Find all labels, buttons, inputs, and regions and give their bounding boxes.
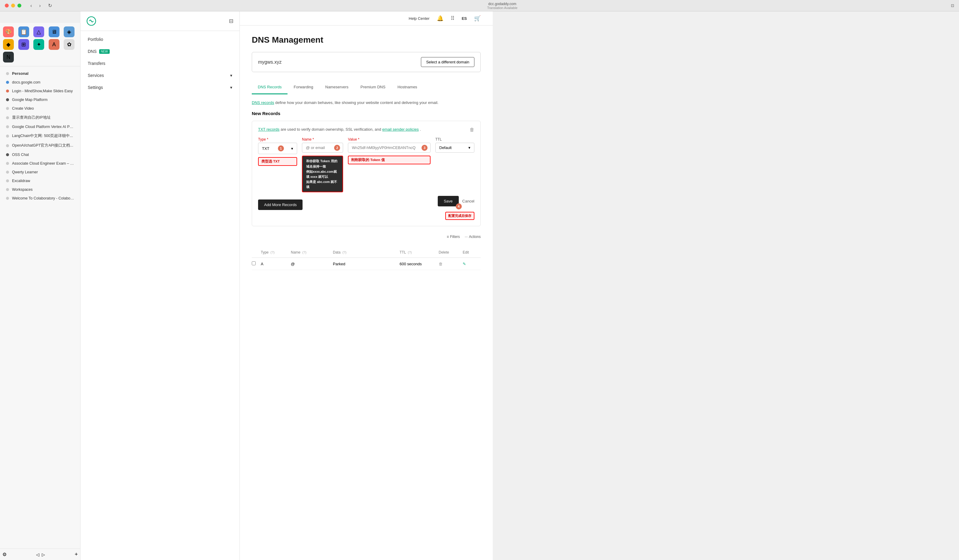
collapse-panel-button[interactable]: ⊟ (229, 18, 233, 24)
form-actions: Add More Records Save 4 Cancel 配置完成后保存 (258, 196, 475, 220)
help-center-link[interactable]: Help Center (409, 16, 429, 21)
traffic-lights (5, 3, 21, 8)
new-records-title: New Records (252, 111, 481, 116)
txt-records-link[interactable]: TXT records (258, 127, 279, 132)
txt-notice-text: are used to verify domain ownership, SSL… (280, 127, 382, 132)
sidebar-item-osschat[interactable]: OSS Chat (2, 151, 78, 159)
sidebar-nav: Personal docs.google.com Login - MindSho… (0, 67, 80, 549)
sidebar-item-mindshow[interactable]: Login - MindShow,Make Slides Easy (2, 87, 78, 95)
tab-premium-dns[interactable]: Premium DNS (355, 81, 392, 94)
sidebar-item-ip[interactable]: 显示查询自己的IP地址 (2, 113, 78, 122)
sidebar-toggle[interactable]: ⊡ (951, 3, 954, 8)
sidebar-item-workspaces[interactable]: Workspaces (2, 185, 78, 194)
sidebar-item-createvideo[interactable]: Create Video (2, 104, 78, 113)
url-bar[interactable]: dcc.godaddy.com Translation Available (54, 2, 951, 10)
type-select[interactable]: TXT 1 ▾ (258, 143, 297, 154)
app-icon-3[interactable]: △ (33, 26, 44, 37)
app-icon-11[interactable]: N (3, 52, 14, 62)
app-icon-7[interactable]: ⊞ (18, 39, 29, 50)
sidebar-item-ace[interactable]: Associate Cloud Engineer Exam – Fr... (2, 159, 78, 168)
row-name: @ (291, 262, 333, 266)
notification-bell-icon[interactable]: 🔔 (437, 15, 443, 22)
save-button[interactable]: Save 4 (438, 196, 459, 207)
sidebar-item-excalidraw[interactable]: Excalidraw (2, 177, 78, 185)
sidebar-label-excalidraw: Excalidraw (12, 179, 30, 183)
sidebar-label-mindshow: Login - MindShow,Make Slides Easy (12, 89, 73, 93)
ttl-chevron-icon: ▾ (468, 145, 470, 150)
row-edit-button[interactable]: ✎ (463, 262, 481, 266)
delete-record-button[interactable]: 🗑 (470, 127, 475, 132)
sidebar-section-personal[interactable]: Personal (2, 69, 78, 78)
tab-dns-records[interactable]: DNS Records (252, 81, 288, 94)
ttl-select[interactable]: Default ▾ (435, 143, 475, 153)
actions-button[interactable]: ··· Actions (465, 235, 481, 239)
table-row: A @ Parked 600 seconds 🗑 ✎ (252, 258, 481, 270)
close-button[interactable] (5, 3, 9, 8)
nav-item-services[interactable]: Services ▾ (81, 69, 239, 81)
apps-grid-icon[interactable]: ⠿ (451, 15, 454, 22)
nav-label-services: Services (88, 73, 104, 78)
nav-item-settings[interactable]: Settings ▾ (81, 81, 239, 94)
sidebar-label-langchain: LangChain中文网: 500页超详细中... (12, 134, 73, 138)
row-delete-button[interactable]: 🗑 (439, 262, 463, 266)
app-icon-1[interactable]: 🎨 (3, 26, 14, 37)
cancel-button[interactable]: Cancel (462, 199, 475, 204)
minimize-button[interactable] (11, 3, 15, 8)
save-annotation: 配置完成后保存 (445, 212, 475, 220)
item-dot (6, 135, 9, 138)
email-sender-link[interactable]: email sender policies (382, 127, 419, 132)
txt-notice-suffix: . (420, 127, 421, 132)
data-help-icon[interactable]: (?) (342, 251, 346, 254)
sidebar-item-colab[interactable]: Welcome To Colaboratory - Colabor... (2, 194, 78, 202)
name-help-icon[interactable]: (?) (302, 251, 306, 254)
domain-name: mygws.xyz (258, 59, 282, 65)
nav-item-dns[interactable]: DNS NEW (81, 45, 239, 57)
app-icon-5[interactable]: ◈ (64, 26, 75, 37)
app-icon-9[interactable]: A (49, 39, 59, 50)
sidebar-label-colab: Welcome To Colaboratory - Colabor... (12, 196, 74, 200)
app-icon-6[interactable]: ◆ (3, 39, 14, 50)
refresh-button[interactable]: ↻ (46, 2, 54, 9)
save-row: Save 4 Cancel (438, 196, 475, 207)
add-more-records-button[interactable]: Add More Records (258, 199, 303, 210)
tab-forwarding[interactable]: Forwarding (288, 81, 319, 94)
type-help-icon[interactable]: (?) (271, 251, 274, 254)
filters-button[interactable]: ≡ Filters (447, 235, 460, 239)
language-selector[interactable]: ES (462, 16, 467, 21)
nav-item-transfers[interactable]: Transfers (81, 57, 239, 69)
app-icon-8[interactable]: ✦ (33, 39, 44, 50)
nav-item-portfolio[interactable]: Portfolio (81, 33, 239, 45)
tab-hostnames[interactable]: Hostnames (392, 81, 423, 94)
cart-icon[interactable]: 🛒 (474, 15, 481, 22)
dns-records-link[interactable]: DNS records (252, 100, 274, 105)
add-tab-button[interactable]: + (75, 551, 78, 558)
app-icon-4[interactable]: 🖥 (49, 26, 59, 37)
sidebar-item-docs[interactable]: docs.google.com (2, 78, 78, 86)
records-form: TXT records are used to verify domain ow… (252, 121, 481, 226)
item-dot (6, 144, 9, 147)
value-input[interactable] (348, 143, 430, 153)
sidebar-item-gcp[interactable]: Google Cloud Platform Vertex AI Pa... (2, 123, 78, 131)
sidebar-item-qwerty[interactable]: Qwerty Learner (2, 168, 78, 177)
sidebar-item-openai[interactable]: OpenAI/chatGPT官方API接口文档... (2, 141, 78, 150)
ttl-help-icon[interactable]: (?) (408, 251, 412, 254)
type-annotation: 类型选 TXT (258, 157, 297, 166)
nav-left-icon[interactable]: ◁ (36, 552, 39, 557)
forward-button[interactable]: › (37, 2, 42, 9)
app-icon-2[interactable]: 📋 (18, 26, 29, 37)
back-button[interactable]: ‹ (29, 2, 33, 9)
select-domain-button[interactable]: Select a different domain (421, 57, 475, 67)
badge-1: 1 (278, 145, 284, 151)
tab-nameservers[interactable]: Nameservers (319, 81, 355, 94)
ttl-value: Default (439, 145, 452, 150)
item-dot (6, 171, 9, 173)
row-checkbox[interactable] (252, 261, 256, 265)
sidebar-item-googlemaps[interactable]: Google Map Platform (2, 95, 78, 104)
settings-icon[interactable]: ⚙ (2, 552, 6, 557)
app-icon-10[interactable]: ✿ (64, 39, 75, 50)
nav-right-icon[interactable]: ▷ (42, 552, 45, 557)
item-dot (6, 89, 9, 92)
badge-3: 3 (422, 145, 427, 151)
sidebar-item-langchain[interactable]: LangChain中文网: 500页超详细中... (2, 131, 78, 141)
maximize-button[interactable] (18, 3, 21, 8)
